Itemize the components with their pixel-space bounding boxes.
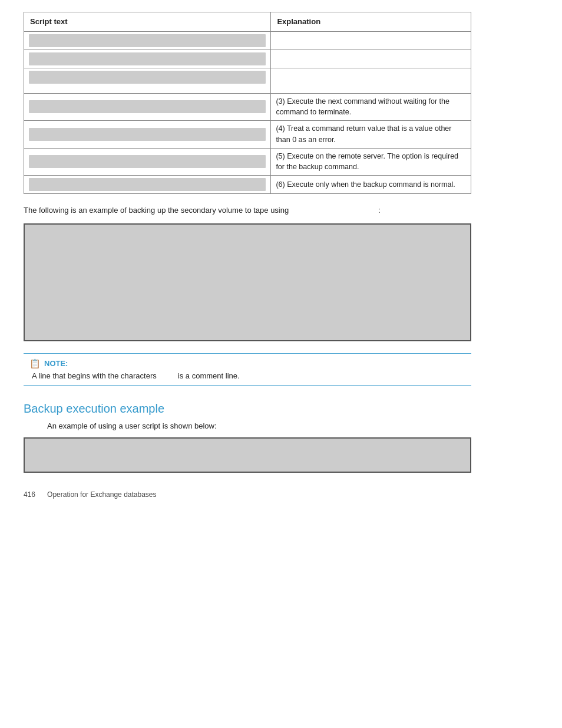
table-header-script: Script text [24,12,271,32]
footer-label: Operation for Exchange databases [47,490,156,499]
explanation-cell: (3) Execute the next command without wai… [271,93,471,121]
explanation-cell: (6) Execute only when the backup command… [271,176,471,194]
table-row: (6) Execute only when the backup command… [24,176,471,194]
table-row [24,31,471,50]
explanation-cell [271,31,471,50]
code-block-large [24,223,471,341]
explanation-cell [271,50,471,68]
intro-colon: : [378,206,381,215]
table-row: (4) Treat a command return value that is… [24,121,471,149]
script-bar [29,52,266,65]
script-bar [29,100,266,113]
code-block-small [24,437,471,473]
explanation-cell: (4) Treat a command return value that is… [271,121,471,149]
note-label: NOTE: [44,359,68,368]
table-row: (5) Execute on the remote server. The op… [24,148,471,176]
explanation-cell [271,68,471,93]
table-row [24,50,471,68]
note-section: 📋 NOTE: A line that begins with the char… [24,353,471,386]
note-icon: 📋 [29,358,41,369]
page-number: 416 [24,490,35,499]
page-footer: 416 Operation for Exchange databases [24,490,538,499]
script-bar [29,71,266,84]
table-row [24,68,471,93]
script-bar [29,155,266,168]
table-header-explanation: Explanation [271,12,471,32]
note-header: 📋 NOTE: [29,358,471,369]
note-body: A line that begins with the characters i… [29,371,471,380]
note-text-before: A line that begins with the characters [32,371,157,380]
explanation-cell: (5) Execute on the remote server. The op… [271,148,471,176]
section-intro: An example of using a user script is sho… [24,421,538,430]
script-bar [29,128,266,141]
intro-paragraph: The following is an example of backing u… [24,205,538,216]
section-heading: Backup execution example [24,402,538,416]
script-table: Script text Explanation (3) Execute the … [24,12,471,194]
script-bar [29,34,266,47]
intro-text: The following is an example of backing u… [24,206,289,215]
note-text-after: is a comment line. [178,371,240,380]
script-bar [29,178,266,191]
table-row: (3) Execute the next command without wai… [24,93,471,121]
